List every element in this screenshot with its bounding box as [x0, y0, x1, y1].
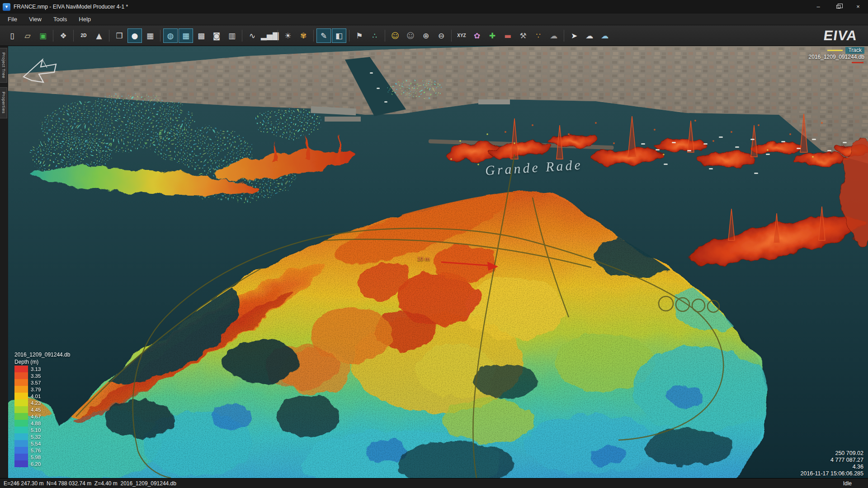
menubar: FileViewToolsHelp [0, 14, 868, 25]
legend-swatch [14, 399, 28, 406]
readout-timestamp: 2016-11-17 15:06:06.285 [801, 470, 863, 477]
edit-surface-button[interactable]: ✎ [316, 28, 331, 43]
menu-view[interactable]: View [23, 14, 47, 24]
cloud-filter-button[interactable]: ☁ [547, 28, 561, 43]
cursor-readout: 250 709.02 4 777 087.27 4.36 2016-11-17 … [801, 450, 863, 477]
label-tag-button[interactable]: ⚑ [352, 28, 367, 43]
legend-row: 6.20 [14, 460, 70, 467]
cluster-settings-button[interactable]: ∵ [531, 28, 546, 43]
illumination-sun-button[interactable]: ☀ [281, 28, 295, 43]
menu-tools[interactable]: Tools [47, 14, 73, 24]
select-cursor-button[interactable]: ➤ [567, 28, 581, 43]
add-point-button[interactable]: ⊕ [419, 28, 433, 43]
track-node-label[interactable]: Track [845, 47, 864, 54]
accept-soundings-button[interactable]: ☺ [388, 28, 402, 43]
legend-swatch [14, 440, 28, 447]
window-title: FRANCE.nmp - EIVA NaviModel Producer 4-1… [14, 4, 128, 10]
grid-display-button[interactable]: ▦ [143, 28, 157, 43]
track-file-label: 2016_1209_091244.db [809, 54, 864, 61]
toolbar-separator [242, 30, 242, 42]
legend-row: 5.32 [14, 433, 70, 440]
scene-3d [8, 46, 868, 478]
legend-swatch [14, 454, 28, 460]
depth-legend: 2016_1209_091244.db Depth (m) 3.133.353.… [14, 351, 70, 467]
legend-swatch [14, 447, 28, 454]
viewport-3d[interactable]: Track 2016_1209_091244.db Grande Rade 10… [8, 46, 868, 478]
readout-northing: 4 777 087.27 [801, 457, 863, 464]
histogram-chart-button[interactable]: ▂▅▇ [260, 28, 275, 43]
legend-swatch [14, 406, 28, 413]
legend-value: 5.32 [28, 433, 41, 441]
open-project-button[interactable]: ▱ [20, 28, 35, 43]
globe-overlay-button[interactable]: ◍ [163, 28, 178, 43]
legend-value: 4.67 [28, 413, 41, 420]
cloud-compute-button[interactable]: ☁ [582, 28, 597, 43]
cloud-lasso-button[interactable]: ☁ [598, 28, 612, 43]
main-area: Project TreeProperties [0, 46, 868, 478]
legend-swatch [14, 433, 28, 440]
legend-swatch [14, 393, 28, 399]
scale-label: 10 m [417, 256, 429, 262]
toolbar-separator [385, 30, 385, 42]
toolbar-buttons: ▯▱▣❖2D▲❒●▦◍▦▩◙▥∿▂▅▇☀✾✎◧⚑∴☺☺⊕⊖XYZ✿✚▬⚒∵☁➤☁… [5, 28, 613, 43]
title-bar: ▼ FRANCE.nmp - EIVA NaviModel Producer 4… [0, 0, 868, 14]
menu-help[interactable]: Help [73, 14, 97, 24]
view-3d-cube-button[interactable]: ❒ [112, 28, 127, 43]
legend-row: 5.54 [14, 440, 70, 447]
legend-value: 5.76 [28, 447, 41, 454]
colormap-process-button[interactable]: ✿ [470, 28, 484, 43]
connect-io-button[interactable]: ❖ [56, 28, 71, 43]
legend-rows: 3.133.353.573.794.014.234.454.674.885.10… [14, 366, 70, 467]
legend-swatch [14, 366, 28, 372]
point-cloud-button[interactable]: ∴ [368, 28, 382, 43]
shade-mode-button[interactable]: ◧ [332, 28, 346, 43]
grid-overlay-button[interactable]: ▦ [179, 28, 193, 43]
color-palette-button[interactable]: ✾ [296, 28, 311, 43]
screenshot-camera-button[interactable]: ◙ [209, 28, 224, 43]
restore-icon [836, 5, 840, 9]
profile-waveform-button[interactable]: ∿ [245, 28, 259, 43]
legend-swatch [14, 413, 28, 420]
add-data-button[interactable]: ✚ [485, 28, 500, 43]
vessel-tool-button[interactable]: ⚒ [516, 28, 530, 43]
legend-swatch [14, 427, 28, 433]
menu-file[interactable]: File [2, 14, 23, 24]
plumb-marker-button[interactable]: ▲ [92, 28, 106, 43]
legend-file-label: 2016_1209_091244.db [14, 351, 70, 358]
new-project-button[interactable]: ▯ [5, 28, 19, 43]
legend-row: 3.13 [14, 366, 70, 372]
toolbar-separator [160, 30, 160, 42]
cell-matrix-button[interactable]: ▩ [194, 28, 208, 43]
reject-soundings-button[interactable]: ☺ [403, 28, 418, 43]
minimize-button[interactable]: – [808, 0, 828, 14]
side-tab-project-tree[interactable]: Project Tree [0, 48, 7, 83]
side-tab-properties[interactable]: Properties [0, 87, 7, 118]
remove-data-button[interactable]: ▬ [500, 28, 515, 43]
legend-row: 5.10 [14, 427, 70, 433]
legend-row: 4.45 [14, 406, 70, 413]
legend-row: 4.88 [14, 420, 70, 427]
track-color-dash [827, 50, 843, 51]
toolbar-separator [278, 30, 278, 42]
legend-value: 3.57 [28, 379, 41, 386]
export-xyz-button[interactable]: XYZ [454, 28, 469, 43]
toolbar: ▯▱▣❖2D▲❒●▦◍▦▩◙▥∿▂▅▇☀✾✎◧⚑∴☺☺⊕⊖XYZ✿✚▬⚒∵☁➤☁… [0, 25, 868, 46]
toolbar-separator [313, 30, 314, 42]
legend-row: 5.98 [14, 454, 70, 460]
maximize-restore-button[interactable] [828, 0, 848, 14]
remove-point-button[interactable]: ⊖ [434, 28, 448, 43]
legend-value: 5.54 [28, 440, 41, 447]
toolbar-separator [73, 30, 74, 42]
close-button[interactable]: × [848, 0, 868, 14]
scale-ruler-button[interactable]: ▥ [225, 28, 239, 43]
legend-row: 5.76 [14, 447, 70, 454]
save-project-button[interactable]: ▣ [36, 28, 50, 43]
toolbar-separator [109, 30, 109, 42]
legend-row: 3.57 [14, 379, 70, 386]
sphere-shading-button[interactable]: ● [127, 28, 142, 43]
status-position: E=246 247.30 m N=4 788 032.74 m Z=4.40 m… [4, 480, 176, 487]
view-2d-button[interactable]: 2D [76, 28, 91, 43]
legend-value: 4.23 [28, 399, 41, 407]
legend-value: 3.79 [28, 386, 41, 393]
status-bar: E=246 247.30 m N=4 788 032.74 m Z=4.40 m… [0, 478, 868, 488]
